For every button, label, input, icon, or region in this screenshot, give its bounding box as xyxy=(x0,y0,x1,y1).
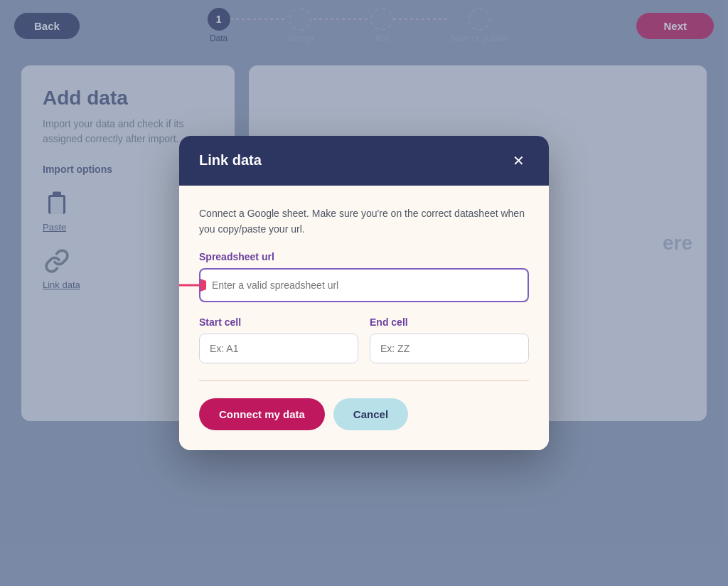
modal-body: Connect a Google sheet. Make sure you're… xyxy=(179,186,549,451)
cell-row: Start cell End cell xyxy=(199,316,529,363)
close-icon: ✕ xyxy=(513,152,525,169)
start-cell-input[interactable] xyxy=(199,334,358,363)
modal-close-button[interactable]: ✕ xyxy=(508,150,529,171)
modal-overlay: Link data ✕ Connect a Google sheet. Make… xyxy=(0,0,728,586)
cancel-button[interactable]: Cancel xyxy=(333,398,408,430)
link-data-modal: Link data ✕ Connect a Google sheet. Make… xyxy=(179,136,549,451)
modal-actions: Connect my data Cancel xyxy=(199,398,529,430)
spreadsheet-url-label: Spreadsheet url xyxy=(199,251,529,262)
end-cell-field: End cell xyxy=(370,316,529,363)
start-cell-label: Start cell xyxy=(199,316,358,328)
connect-my-data-button[interactable]: Connect my data xyxy=(199,398,325,430)
modal-header: Link data ✕ xyxy=(179,136,549,186)
spreadsheet-url-input[interactable] xyxy=(199,268,529,302)
modal-description: Connect a Google sheet. Make sure you're… xyxy=(199,206,529,238)
start-cell-field: Start cell xyxy=(199,316,358,363)
end-cell-label: End cell xyxy=(370,316,529,328)
spreadsheet-url-wrapper xyxy=(199,268,529,302)
arrow-indicator xyxy=(179,277,206,294)
modal-title: Link data xyxy=(199,152,262,169)
end-cell-input[interactable] xyxy=(370,334,529,363)
modal-divider xyxy=(199,380,529,381)
